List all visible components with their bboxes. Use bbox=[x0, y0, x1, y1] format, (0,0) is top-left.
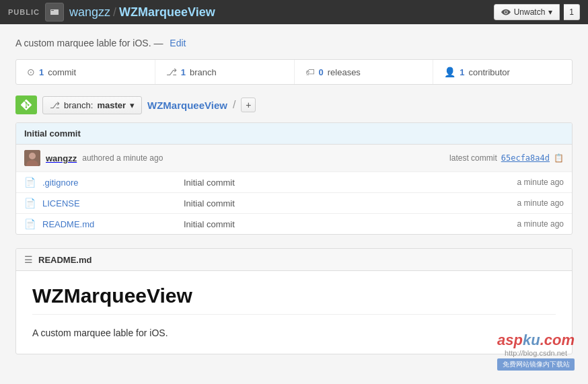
file-time: a minute ago bbox=[517, 178, 564, 187]
readme-description: A custom marquee lable for iOS. bbox=[32, 325, 556, 340]
file-time: a minute ago bbox=[517, 198, 564, 208]
file-name-link[interactable]: README.md bbox=[42, 219, 177, 229]
plus-icon: + bbox=[246, 100, 251, 110]
description-dash: — bbox=[153, 38, 163, 48]
file-name-link[interactable]: .gitignore bbox=[42, 178, 177, 188]
repo-owner[interactable]: wangzz bbox=[69, 5, 110, 19]
stat-commits[interactable]: ⊙ 1 commit bbox=[16, 60, 155, 84]
table-row: 📄 README.md Initial commit a minute ago bbox=[16, 214, 572, 234]
avatar bbox=[24, 150, 40, 166]
header-right: Unwatch ▾ 1 bbox=[494, 4, 580, 20]
git-icon bbox=[21, 100, 32, 110]
top-header: PUBLIC wangzz/WZMarqueeView Unwatch ▾ 1 bbox=[0, 0, 588, 24]
commit-info-right: latest commit 65ecfa8a4d 📋 bbox=[449, 153, 564, 163]
table-row: 📄 .gitignore Initial commit a minute ago bbox=[16, 172, 572, 193]
file-time: a minute ago bbox=[517, 219, 564, 229]
edit-link[interactable]: Edit bbox=[170, 38, 186, 48]
latest-commit-label: latest commit bbox=[449, 153, 497, 163]
commits-icon: ⊙ bbox=[27, 67, 35, 77]
readme-section: ☰ README.md WZMarqueeView A custom marqu… bbox=[15, 248, 573, 354]
file-icon: 📄 bbox=[24, 219, 36, 229]
path-separator: / bbox=[233, 99, 235, 111]
main-content: A custom marquee lable for iOS. — Edit ⊙… bbox=[5, 24, 583, 368]
file-listing: Initial commit wangzz authored a minute … bbox=[15, 122, 573, 235]
contributors-icon: 👤 bbox=[444, 67, 455, 77]
unwatch-chevron: ▾ bbox=[548, 7, 552, 17]
commit-author: wangzz bbox=[46, 153, 77, 163]
file-message: Initial commit bbox=[184, 198, 511, 208]
file-name-link[interactable]: LICENSE bbox=[42, 198, 177, 208]
description-text: A custom marquee lable for iOS. bbox=[15, 38, 151, 48]
stat-branches[interactable]: ⎇ 1 branch bbox=[155, 60, 295, 84]
readme-icon: ☰ bbox=[24, 254, 33, 265]
branch-icon-button[interactable] bbox=[15, 95, 37, 114]
copy-icon[interactable]: 📋 bbox=[554, 153, 564, 163]
releases-icon: 🏷 bbox=[305, 67, 315, 77]
branches-label: branch bbox=[190, 67, 217, 77]
repo-description: A custom marquee lable for iOS. — Edit bbox=[15, 38, 573, 48]
readme-h1: WZMarqueeView bbox=[32, 284, 556, 315]
commit-header: Initial commit bbox=[16, 123, 572, 145]
file-message: Initial commit bbox=[184, 178, 511, 188]
svg-point-1 bbox=[29, 153, 36, 159]
releases-label: releases bbox=[328, 67, 361, 77]
commit-meta: authored a minute ago bbox=[82, 153, 163, 163]
releases-count: 0 bbox=[319, 67, 324, 77]
file-icon: 📄 bbox=[24, 198, 36, 208]
avatar-image bbox=[24, 150, 40, 166]
eye-icon bbox=[501, 7, 511, 17]
branch-bar: ⎇ branch: master ▾ WZMarqueeView / + bbox=[15, 95, 573, 114]
commit-author-link[interactable]: wangzz bbox=[46, 153, 77, 163]
branch-name: master bbox=[97, 100, 126, 110]
branch-label: branch: bbox=[64, 100, 93, 110]
readme-title: README.md bbox=[38, 255, 91, 265]
repo-path-link[interactable]: WZMarqueeView bbox=[147, 100, 227, 111]
file-icon: 📄 bbox=[24, 177, 36, 188]
branches-count: 1 bbox=[181, 67, 186, 77]
commit-info-left: wangzz authored a minute ago bbox=[24, 150, 163, 166]
header-left: PUBLIC wangzz/WZMarqueeView bbox=[8, 3, 215, 22]
contributors-count: 1 bbox=[460, 67, 464, 77]
contributors-label: contributor bbox=[468, 67, 509, 77]
unwatch-label: Unwatch bbox=[514, 7, 546, 17]
repo-icon bbox=[45, 3, 64, 22]
repo-name[interactable]: WZMarqueeView bbox=[119, 5, 215, 19]
stats-bar: ⊙ 1 commit ⎇ 1 branch 🏷 0 releases 👤 1 c… bbox=[15, 59, 573, 85]
add-file-button[interactable]: + bbox=[241, 98, 256, 112]
public-badge: PUBLIC bbox=[8, 8, 40, 16]
stat-releases[interactable]: 🏷 0 releases bbox=[295, 60, 434, 84]
separator: / bbox=[113, 5, 116, 19]
branch-selector-icon: ⎇ bbox=[50, 100, 60, 110]
readme-body: WZMarqueeView A custom marquee lable for… bbox=[16, 271, 572, 354]
repo-title: wangzz/WZMarqueeView bbox=[69, 5, 215, 20]
commit-hash-link[interactable]: 65ecfa8a4d bbox=[501, 153, 550, 163]
readme-header: ☰ README.md bbox=[16, 249, 572, 271]
unwatch-button[interactable]: Unwatch ▾ bbox=[494, 4, 560, 20]
table-row: 📄 LICENSE Initial commit a minute ago bbox=[16, 193, 572, 214]
branch-chevron: ▾ bbox=[130, 100, 135, 110]
stat-contributors[interactable]: 👤 1 contributor bbox=[433, 60, 572, 84]
commits-label: commit bbox=[48, 67, 76, 77]
commit-message: Initial commit bbox=[24, 128, 81, 139]
branch-selector[interactable]: ⎇ branch: master ▾ bbox=[42, 96, 142, 114]
commit-info: wangzz authored a minute ago latest comm… bbox=[16, 145, 572, 172]
unwatch-count[interactable]: 1 bbox=[564, 4, 580, 20]
branches-icon: ⎇ bbox=[166, 67, 177, 77]
commits-count: 1 bbox=[39, 67, 44, 77]
book-icon bbox=[49, 7, 60, 17]
file-message: Initial commit bbox=[184, 219, 511, 229]
